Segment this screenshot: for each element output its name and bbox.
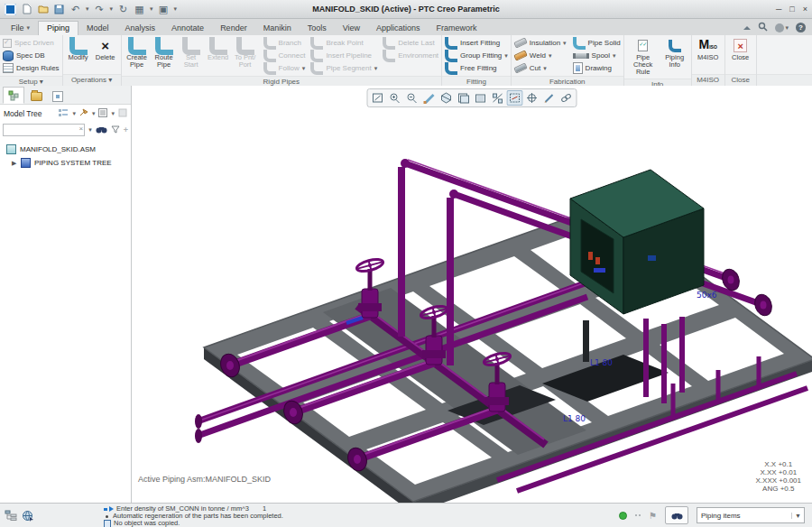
selection-filter-dropdown[interactable]: Piping items ▼ bbox=[697, 507, 805, 523]
create-pipe-button[interactable]: Create Pipe bbox=[125, 37, 150, 74]
zoom-out-icon[interactable] bbox=[404, 90, 420, 106]
pipe-check-rule-button[interactable]: Pipe Check Rule bbox=[627, 37, 660, 77]
3d-model-canvas[interactable]: 50x6 L1 80 L1 80 bbox=[132, 86, 812, 504]
free-fitting-button[interactable]: Free Fitting bbox=[445, 62, 508, 74]
modify-button[interactable]: Modify bbox=[66, 37, 91, 72]
undo-dropdown-icon[interactable]: ▾ bbox=[86, 5, 89, 13]
tree-filters-dropdown-icon[interactable]: ▾ bbox=[72, 110, 76, 117]
tree-list-dropdown-icon[interactable]: ▾ bbox=[111, 110, 115, 117]
design-rules-button[interactable]: Design Rules bbox=[3, 62, 60, 74]
spec-db-button[interactable]: Spec DB bbox=[3, 50, 60, 61]
redo-dropdown-icon[interactable]: ▾ bbox=[110, 5, 114, 13]
refit-icon[interactable] bbox=[370, 90, 386, 106]
tab-analysis[interactable]: Analysis bbox=[117, 22, 164, 35]
tab-tools[interactable]: Tools bbox=[300, 22, 335, 35]
tree-item-piping-system[interactable]: ▶ PIPING SYSTEM TREE bbox=[0, 156, 131, 170]
line-label-a: L1 80 bbox=[563, 414, 586, 423]
group-label-close[interactable]: Close bbox=[725, 74, 756, 87]
assembly-icon bbox=[6, 144, 16, 154]
new-file-icon[interactable] bbox=[21, 4, 32, 15]
component-drag-icon[interactable] bbox=[558, 90, 575, 106]
command-locator-icon[interactable] bbox=[775, 23, 784, 32]
follow-button: Follow ▾ bbox=[263, 62, 306, 74]
search-icon[interactable] bbox=[758, 22, 768, 33]
redo-icon[interactable]: ↷ bbox=[94, 4, 106, 15]
save-icon[interactable] bbox=[53, 4, 65, 15]
toggle-browser-icon[interactable] bbox=[22, 510, 34, 523]
tree-item-root[interactable]: MANIFOLD_SKID.ASM bbox=[0, 143, 131, 156]
maximize-button[interactable]: □ bbox=[789, 5, 794, 14]
open-file-icon[interactable] bbox=[37, 4, 49, 15]
cut-button[interactable]: Cut ▾ bbox=[514, 62, 567, 74]
tab-model[interactable]: Model bbox=[78, 22, 117, 35]
group-fitting-button[interactable]: Group Fitting ▾ bbox=[445, 50, 508, 61]
folder-browser-tab[interactable] bbox=[26, 88, 46, 104]
3d-viewport[interactable]: 50x6 L1 80 L1 80 Active Piping Asm:MANIF bbox=[132, 86, 812, 504]
repaint-icon[interactable] bbox=[421, 90, 438, 106]
pipe-solid-button[interactable]: Pipe Solid bbox=[573, 37, 621, 49]
windows-dropdown-icon[interactable]: ▾ bbox=[150, 5, 153, 13]
tree-list-icon[interactable] bbox=[98, 108, 107, 119]
tab-piping[interactable]: Piping bbox=[38, 21, 78, 35]
insert-fitting-button[interactable]: Insert Fitting bbox=[445, 37, 508, 49]
weld-button[interactable]: Weld ▾ bbox=[514, 50, 567, 61]
insulation-icon bbox=[513, 37, 528, 48]
view-manager-icon[interactable] bbox=[473, 90, 489, 106]
zoom-in-icon[interactable] bbox=[387, 90, 403, 106]
piping-info-button[interactable]: Piping Info bbox=[661, 37, 688, 77]
pipe-elbow-icon bbox=[209, 37, 227, 55]
clipboard-icon bbox=[104, 520, 111, 527]
close-piping-button[interactable]: Close bbox=[728, 37, 753, 72]
close-window-icon[interactable]: ▣ bbox=[158, 4, 170, 15]
tab-render[interactable]: Render bbox=[212, 22, 255, 35]
insulation-button[interactable]: Insulation ▾ bbox=[514, 37, 567, 49]
undo-icon[interactable]: ↶ bbox=[69, 4, 81, 15]
notifications-flag-icon[interactable]: ⚑ bbox=[649, 511, 657, 521]
group-label-m4iso[interactable]: M4ISO bbox=[692, 74, 724, 87]
ribbon-group-close: Close Close bbox=[725, 35, 757, 87]
windows-icon[interactable]: ▦ bbox=[134, 4, 145, 15]
m4iso-button[interactable]: MISO M4ISO bbox=[695, 37, 722, 72]
tab-framework[interactable]: Framework bbox=[429, 22, 485, 35]
clear-search-icon[interactable]: × bbox=[79, 125, 84, 133]
tree-settings-icon[interactable] bbox=[79, 108, 88, 119]
route-pipe-button[interactable]: Route Pipe bbox=[152, 37, 177, 74]
minimize-button[interactable]: ─ bbox=[776, 5, 781, 14]
toggle-navigator-icon[interactable] bbox=[5, 510, 17, 523]
named-views-icon[interactable] bbox=[456, 90, 472, 106]
customize-qat-icon[interactable]: ▾ bbox=[174, 5, 178, 13]
tab-view[interactable]: View bbox=[335, 22, 368, 35]
tree-filters-icon[interactable] bbox=[59, 108, 69, 119]
help-icon[interactable]: ? bbox=[796, 23, 806, 32]
sketch-icon[interactable] bbox=[541, 90, 558, 106]
spool-button[interactable]: Spool ▾ bbox=[573, 50, 621, 61]
drawing-button[interactable]: Drawing bbox=[573, 62, 621, 74]
display-style-icon[interactable] bbox=[438, 90, 455, 106]
group-label-operations[interactable]: Operations ▾ bbox=[63, 74, 121, 87]
command-locator-dropdown-icon[interactable]: ▾ bbox=[785, 24, 789, 32]
close-button[interactable]: × bbox=[803, 5, 807, 14]
annotation-display-icon[interactable] bbox=[507, 90, 523, 106]
tab-annotate[interactable]: Annotate bbox=[163, 22, 212, 35]
spin-center-icon[interactable] bbox=[524, 90, 540, 106]
tab-manikin[interactable]: Manikin bbox=[255, 22, 300, 35]
app-icon[interactable] bbox=[5, 4, 16, 15]
delete-button[interactable]: Delete bbox=[93, 37, 118, 72]
tree-settings-dropdown-icon[interactable]: ▾ bbox=[92, 110, 96, 117]
filter-funnel-icon[interactable] bbox=[111, 125, 120, 135]
tab-applications[interactable]: Applications bbox=[368, 22, 429, 35]
model-tree-tab[interactable] bbox=[3, 87, 24, 104]
search-tool-button[interactable] bbox=[665, 506, 688, 524]
prompt-arrow-icon bbox=[104, 508, 107, 511]
tab-file[interactable]: File▾ bbox=[3, 22, 38, 35]
rules-grid-icon bbox=[3, 63, 14, 73]
favorites-tab[interactable] bbox=[48, 88, 68, 104]
find-binoculars-icon[interactable] bbox=[96, 125, 107, 135]
tree-search-input[interactable] bbox=[3, 124, 85, 136]
datum-display-icon[interactable] bbox=[490, 90, 506, 106]
minimize-ribbon-icon[interactable] bbox=[743, 26, 751, 30]
search-options-dropdown-icon[interactable]: ▾ bbox=[88, 126, 92, 134]
accuracy-readout: X.X +0.1 X.XX +0.01 X.XXX +0.001 ANG +0.… bbox=[756, 460, 801, 493]
regenerate-icon[interactable]: ↻ bbox=[117, 4, 129, 15]
expand-arrow-icon[interactable]: ▶ bbox=[12, 160, 17, 167]
